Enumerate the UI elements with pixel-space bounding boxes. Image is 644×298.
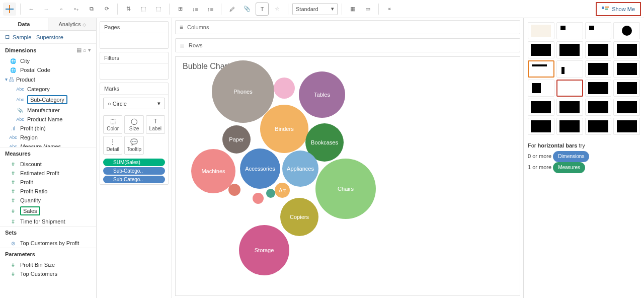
- save-icon[interactable]: ▫: [55, 3, 68, 16]
- viz-thumb-area1[interactable]: [528, 99, 554, 116]
- data-source[interactable]: ⊟ Sample - Superstore: [0, 31, 96, 43]
- present-icon[interactable]: ▭: [361, 3, 374, 16]
- sort-desc-icon[interactable]: ⬚: [152, 3, 165, 16]
- viz-thumb-table[interactable]: [528, 22, 554, 39]
- mark-pill[interactable]: SUM(Sales): [103, 159, 165, 166]
- label-icon[interactable]: T: [256, 3, 269, 16]
- measure-field[interactable]: #Estimated Profit: [0, 169, 96, 178]
- mark-pill[interactable]: Sub-Catego..: [103, 176, 165, 183]
- mark-color[interactable]: ⬚Color: [103, 115, 122, 134]
- bubble[interactable]: Accessories: [240, 148, 280, 189]
- bubble[interactable]: [266, 189, 275, 198]
- viz-thumb-sbs[interactable]: [585, 60, 612, 78]
- columns-shelf[interactable]: ≡ Columns: [175, 20, 520, 34]
- measure-field[interactable]: #Quantity: [0, 196, 96, 205]
- tab-analytics[interactable]: Analytics ◇: [48, 18, 96, 30]
- svg-rect-65: [588, 120, 608, 132]
- refresh-icon[interactable]: ⟳: [100, 3, 113, 16]
- bubble[interactable]: Copiers: [280, 198, 318, 236]
- bubble[interactable]: Storage: [239, 225, 289, 275]
- dimension-field[interactable]: 🌐City: [0, 56, 96, 65]
- tableau-logo-icon[interactable]: [3, 3, 16, 16]
- pages-shelf[interactable]: Pages: [100, 21, 169, 49]
- show-me-button[interactable]: Show Me: [596, 2, 641, 16]
- viz-thumb-map2[interactable]: [556, 41, 583, 58]
- data-pane: Data Analytics ◇ ⊟ Sample - Superstore D…: [0, 18, 97, 298]
- dimension-field[interactable]: .ılProfit (bin): [0, 124, 96, 133]
- viz-thumb-pie[interactable]: [613, 22, 640, 39]
- dashboard-icon[interactable]: ▦: [346, 3, 359, 16]
- dimension-field[interactable]: AbcRegion: [0, 133, 96, 142]
- group-icon[interactable]: ⊞: [174, 3, 187, 16]
- show-me-hint: For horizontal bars try 0 or more Dimens…: [528, 141, 640, 173]
- forward-icon[interactable]: →: [40, 3, 53, 16]
- set-field[interactable]: ⊘Top Customers by Profit: [0, 239, 96, 248]
- measure-field[interactable]: #Discount: [0, 160, 96, 169]
- attach-icon[interactable]: 📎: [240, 3, 254, 16]
- viz-thumb-gantt[interactable]: [585, 118, 612, 135]
- dimension-field[interactable]: AbcCategory: [0, 85, 96, 94]
- share-icon[interactable]: ∝: [383, 3, 396, 16]
- bubble[interactable]: Binders: [260, 105, 308, 153]
- measure-field[interactable]: #Time for Shipment: [0, 217, 96, 226]
- viz-thumb-area2[interactable]: [556, 99, 583, 116]
- fit-select[interactable]: Standard▾: [292, 3, 338, 15]
- dimension-field[interactable]: ▾ 品Product: [0, 74, 96, 85]
- viz-thumb-vbar[interactable]: [556, 60, 583, 78]
- bubble[interactable]: [228, 184, 240, 196]
- sort-a-icon[interactable]: ↓≡: [189, 3, 202, 16]
- highlight-icon[interactable]: 🖉: [225, 3, 238, 16]
- measure-field[interactable]: #Profit Ratio: [0, 187, 96, 196]
- parameter-field[interactable]: #Top Customers: [0, 269, 96, 278]
- viz-thumb-box2[interactable]: [613, 80, 640, 97]
- sort-d-icon[interactable]: ↑≡: [204, 3, 217, 16]
- bubble[interactable]: [253, 193, 264, 204]
- dimension-field[interactable]: AbcProduct Name: [0, 115, 96, 124]
- viz-thumb-high[interactable]: [585, 22, 612, 39]
- bubble[interactable]: Tables: [299, 71, 345, 118]
- bubble[interactable]: Chairs: [315, 159, 376, 219]
- star-icon[interactable]: ☆: [271, 3, 284, 16]
- viz-thumb-heat[interactable]: [556, 22, 583, 39]
- mark-tooltip[interactable]: 💬Tooltip: [124, 136, 143, 155]
- viz-thumb-sca1[interactable]: [528, 118, 554, 135]
- tab-data[interactable]: Data: [0, 18, 48, 30]
- rows-shelf[interactable]: ≣ Rows: [175, 38, 520, 52]
- viz-thumb-box1[interactable]: [585, 80, 612, 97]
- back-icon[interactable]: ←: [25, 3, 38, 16]
- dimension-field[interactable]: AbcMeasure Names: [0, 142, 96, 147]
- swap-icon[interactable]: ⇅: [122, 3, 135, 16]
- viz-thumb-col2[interactable]: [613, 99, 640, 116]
- viz-thumb-map3[interactable]: [585, 41, 612, 58]
- marks-label: Marks: [100, 83, 168, 95]
- bubble[interactable]: Paper: [222, 125, 251, 154]
- bubble[interactable]: [274, 78, 295, 99]
- viz-thumb-tree[interactable]: [528, 80, 554, 97]
- viz-thumb-col1[interactable]: [585, 99, 612, 116]
- bubble[interactable]: Art: [275, 183, 290, 198]
- viz-canvas[interactable]: Bubble Chart PhonesTablesBindersPaperBoo…: [175, 56, 520, 296]
- measure-field[interactable]: #Sales: [0, 205, 96, 217]
- viz-thumb-map1[interactable]: [528, 41, 554, 58]
- new-sheet-icon[interactable]: ▫₊: [70, 3, 83, 16]
- mark-size[interactable]: ◯Size: [124, 115, 143, 134]
- viz-thumb-sca2[interactable]: [556, 118, 583, 135]
- viz-thumb-box3[interactable]: [613, 118, 640, 135]
- duplicate-icon[interactable]: ⧉: [85, 3, 98, 16]
- viz-thumb-pie2[interactable]: [613, 41, 640, 58]
- dimension-field[interactable]: 📎Manufacturer: [0, 106, 96, 115]
- measure-field[interactable]: #Profit: [0, 178, 96, 187]
- viz-thumb-line[interactable]: [613, 60, 640, 78]
- filters-shelf[interactable]: Filters: [100, 52, 169, 80]
- sort-asc-icon[interactable]: ⬚: [137, 3, 150, 16]
- mark-label[interactable]: TLabel: [146, 115, 165, 134]
- mark-pill[interactable]: Sub-Catego..: [103, 167, 165, 175]
- viz-thumb-bubgrp[interactable]: [556, 80, 583, 97]
- mark-type-select[interactable]: ○ Circle▾: [103, 98, 165, 109]
- bubble[interactable]: Appliances: [282, 151, 318, 187]
- dimension-field[interactable]: AbcSub-Category: [0, 94, 96, 106]
- parameter-field[interactable]: #Profit Bin Size: [0, 260, 96, 269]
- viz-thumb-hbar[interactable]: [528, 60, 554, 78]
- dimension-field[interactable]: 🌐Postal Code: [0, 65, 96, 74]
- mark-detail[interactable]: ⋮Detail: [103, 136, 122, 155]
